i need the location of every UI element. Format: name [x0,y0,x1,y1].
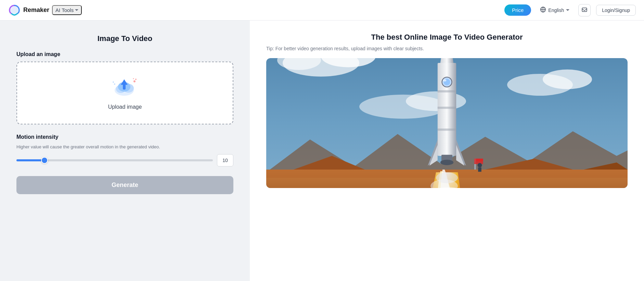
ai-tools-button[interactable]: AI Tools [52,5,82,15]
svg-marker-10 [121,79,128,85]
header-right: Price English Login/Signup [504,4,636,16]
motion-description: Higher value will cause the greater over… [16,144,233,149]
svg-point-0 [9,4,20,16]
svg-point-14 [114,83,115,85]
upload-section-label: Upload an image [16,51,233,57]
upload-label: Upload image [108,104,142,110]
header: Remaker AI Tools Price English [0,0,644,21]
svg-rect-35 [438,90,456,92]
upload-cloud-icon [111,76,139,100]
upload-zone[interactable]: Upload image [16,62,233,124]
svg-rect-54 [478,168,481,172]
svg-point-53 [478,163,482,168]
slider-value-display: 10 [217,154,233,166]
remaker-logo-icon [8,4,21,16]
language-selector[interactable]: English [537,4,573,16]
svg-rect-37 [438,129,456,131]
login-button[interactable]: Login/Signup [596,5,636,16]
slider-row: 10 [16,154,233,166]
svg-rect-36 [438,107,456,109]
svg-point-21 [543,69,592,89]
globe-icon [540,6,546,14]
svg-point-45 [440,160,453,165]
svg-point-46 [443,79,447,81]
lang-chevron-icon [566,9,569,11]
motion-label: Motion intensity [16,134,233,140]
logo-area: Remaker AI Tools [8,4,504,16]
left-panel: Image To Video Upload an image [0,21,250,281]
main-layout: Image To Video Upload an image [0,21,644,281]
motion-slider[interactable] [16,159,213,161]
price-button[interactable]: Price [504,4,531,16]
upload-icon-area [111,76,139,100]
svg-point-12 [135,79,137,80]
logo-text: Remaker [23,6,49,14]
rocket-scene-preview [266,58,628,188]
language-label: English [548,8,564,13]
generate-button[interactable]: Generate [16,176,233,194]
notification-icon [581,7,588,13]
motion-section: Motion intensity Higher value will cause… [16,134,233,166]
svg-point-11 [133,80,136,82]
svg-point-23 [406,91,466,111]
preview-image-container [266,58,628,189]
svg-point-15 [113,82,114,83]
svg-rect-52 [476,159,483,161]
right-panel: The best Online Image To Video Generator… [250,21,644,281]
svg-point-13 [133,78,134,79]
notification-button[interactable] [578,4,591,16]
svg-marker-32 [440,58,453,63]
right-panel-tip: Tip: For better video generation results… [266,46,628,51]
page-title: Image To Video [16,34,233,43]
right-panel-title: The best Online Image To Video Generator [266,33,628,42]
chevron-down-icon [75,9,78,11]
